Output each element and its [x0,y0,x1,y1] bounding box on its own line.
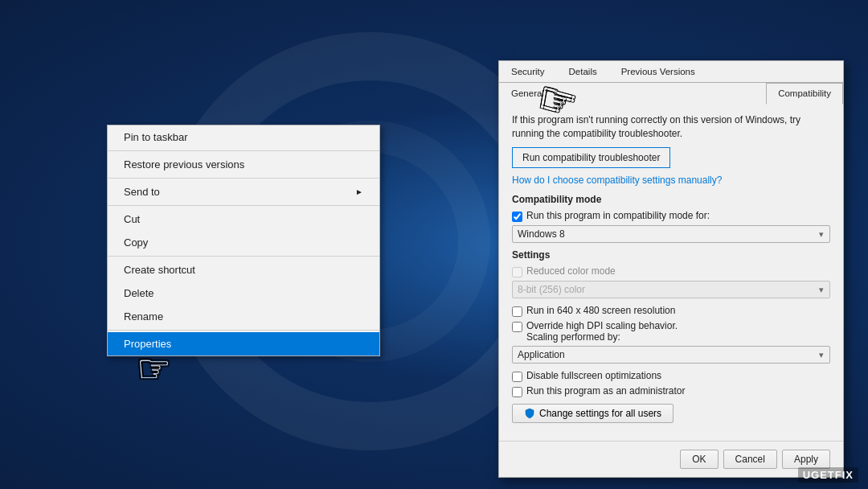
dpi-dropdown-wrapper: Application [512,346,830,364]
compat-mode-label: Run this program in compatibility mode f… [526,210,710,221]
reduced-color-checkbox[interactable] [512,267,522,277]
context-menu-item-pin-taskbar[interactable]: Pin to taskbar [108,125,379,149]
context-menu-item-send-to[interactable]: Send to ► [108,180,379,203]
troubleshooter-button[interactable]: Run compatibility troubleshooter [512,147,670,168]
context-menu-item-delete[interactable]: Delete [108,281,379,305]
change-settings-label: Change settings for all users [539,408,661,419]
divider-4 [108,256,379,257]
reduced-color-label: Reduced color mode [526,265,616,277]
disable-fullscreen-label: Disable fullscreen optimizations [526,370,661,381]
change-settings-button[interactable]: Change settings for all users [512,404,674,423]
cancel-button[interactable]: Cancel [723,450,777,469]
run-640-label: Run in 640 x 480 screen resolution [526,305,675,316]
watermark: UGETFIX [798,467,858,483]
tab-previous-versions[interactable]: Previous Versions [609,61,707,82]
tab-spacer [556,83,766,104]
run-admin-row: Run this program as an administrator [512,385,830,397]
divider-5 [108,330,379,331]
compat-section: Compatibility mode Run this program in c… [512,194,830,243]
troubleshooter-label: Run compatibility troubleshooter [522,152,660,163]
run-640-checkbox[interactable] [512,306,522,317]
context-menu-item-restore-versions[interactable]: Restore previous versions [108,153,379,176]
dialog-footer: OK Cancel Apply [499,441,843,477]
context-menu: Pin to taskbar Restore previous versions… [107,125,380,356]
run-640-row: Run in 640 x 480 screen resolution [512,305,830,317]
override-dpi-checkbox[interactable] [512,322,522,332]
context-menu-item-cut[interactable]: Cut [108,208,379,231]
context-menu-item-create-shortcut[interactable]: Create shortcut [108,258,379,281]
divider-1 [108,150,379,151]
compat-mode-checkbox[interactable] [512,212,522,222]
compat-mode-checkbox-row: Run this program in compatibility mode f… [512,210,830,222]
context-menu-item-copy[interactable]: Copy [108,231,379,254]
shield-icon [524,408,535,419]
ok-button[interactable]: OK [680,450,718,469]
disable-fullscreen-checkbox[interactable] [512,372,522,382]
tab-compatibility[interactable]: Compatibility [766,83,843,105]
compat-version-dropdown[interactable]: Windows 8 [512,225,830,243]
color-depth-dropdown[interactable]: 8-bit (256) color [512,281,830,298]
compat-section-label: Compatibility mode [512,194,830,205]
hand-cursor-context: ☞ [137,346,171,391]
compat-version-wrapper: Windows 8 [512,225,830,243]
run-admin-label: Run this program as an administrator [526,385,685,397]
run-admin-checkbox[interactable] [512,387,522,397]
context-menu-item-rename[interactable]: Rename [108,305,379,328]
override-dpi-label: Override high DPI scaling behavior.Scali… [526,320,678,343]
settings-section-label: Settings [512,249,830,261]
divider-3 [108,205,379,206]
override-dpi-row: Override high DPI scaling behavior.Scali… [512,320,830,343]
disable-fullscreen-row: Disable fullscreen optimizations [512,370,830,382]
color-dropdown-wrapper: 8-bit (256) color [512,281,830,298]
submenu-arrow-icon: ► [355,187,363,196]
manual-link[interactable]: How do I choose compatibility settings m… [512,175,722,186]
settings-section: Settings Reduced color mode 8-bit (256) … [512,249,830,364]
dpi-scaling-dropdown[interactable]: Application [512,346,830,364]
dialog-content: If this program isn't running correctly … [499,104,843,441]
reduced-color-row: Reduced color mode [512,265,830,277]
apply-button[interactable]: Apply [782,450,830,469]
divider-2 [108,178,379,179]
